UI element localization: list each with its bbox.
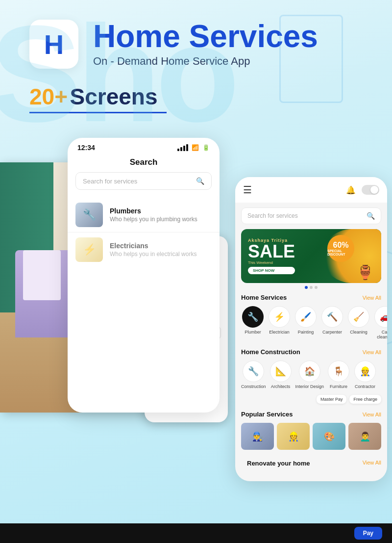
cat-painting[interactable]: 🖌️ Painting <box>294 306 318 339</box>
search-bar[interactable]: Search for services 🔍 <box>75 172 212 190</box>
electrician-info: Electricians Who helps you in electrical… <box>110 242 196 258</box>
screens-section: 20+ Screens <box>0 78 392 128</box>
header-icons: 🔔 <box>346 185 379 195</box>
cat-cleaning[interactable]: 🧹 Cleaning <box>347 306 370 339</box>
home-services-view-all[interactable]: View All <box>363 295 381 301</box>
cat-carpenter[interactable]: 🔨 Carpenter <box>320 306 344 339</box>
search-screen-title: Search <box>68 154 220 172</box>
cat-electrician[interactable]: ⚡ Electrician <box>268 306 291 339</box>
theme-toggle[interactable] <box>362 185 379 195</box>
home-construction-view-all[interactable]: View All <box>363 349 381 355</box>
discount-percent: 60% <box>333 241 348 249</box>
home-services-title: Home Services <box>241 294 287 301</box>
home-search-bar[interactable]: Search for services 🔍 <box>241 207 381 224</box>
electrician-desc: Who helps you in electrical works <box>110 251 196 258</box>
popular-thumb-2[interactable]: 👷 <box>277 423 310 450</box>
popular-thumb-4[interactable]: 👨‍🦱 <box>348 423 381 450</box>
service-item-electrician[interactable]: ⚡ Electricians Who helps you in electric… <box>68 233 220 267</box>
contractor-icon: 👷 <box>354 361 376 382</box>
sale-banner[interactable]: 🏺 Akshaya Tritiya SALE This Weekend SHOP… <box>241 229 381 283</box>
app-subtitle: On - Demand Home Service App <box>93 55 318 68</box>
dot-2[interactable] <box>310 286 313 289</box>
cat-architects[interactable]: 📐 Architects <box>269 361 293 389</box>
signal-bars <box>177 144 188 151</box>
architects-label: Architects <box>271 384 291 389</box>
cat-contractor[interactable]: 👷 Contractor <box>353 361 377 389</box>
home-search-placeholder: Search for services <box>247 212 298 219</box>
painting-icon: 🖌️ <box>295 306 317 328</box>
battery-icon: 🔋 <box>202 144 210 151</box>
bell-icon[interactable]: 🔔 <box>346 185 356 195</box>
logo-letter: H <box>44 28 64 60</box>
header: H Home Services On - Demand Home Service… <box>0 0 392 78</box>
logo-box: H <box>29 20 78 69</box>
payment-row: Master Pay Free charge <box>235 393 387 406</box>
home-header: ☰ 🔔 <box>235 177 387 203</box>
cleaning-label: Cleaning <box>350 330 368 335</box>
hamburger-icon[interactable]: ☰ <box>243 184 252 196</box>
dot-3[interactable] <box>315 286 318 289</box>
cat-interior[interactable]: 🏠 Interior Design <box>295 361 324 389</box>
home-search-icon[interactable]: 🔍 <box>367 212 375 220</box>
interior-label: Interior Design <box>295 384 324 389</box>
home-construction-title: Home Construction <box>241 348 300 356</box>
painting-label: Painting <box>298 330 314 335</box>
cat-furniture[interactable]: 🪑 Furniture <box>327 361 350 389</box>
banner-title: Akshaya Tritiya SALE This Weekend SHOP N… <box>248 238 295 274</box>
renovate-view-all[interactable]: View All <box>363 460 381 465</box>
bar4 <box>186 144 188 151</box>
mockup-area: 12:34 📶 🔋 Search Search for services 🔍 🔧… <box>0 138 392 471</box>
interior-icon: 🏠 <box>299 361 320 382</box>
status-bar: 12:34 📶 🔋 <box>68 138 220 154</box>
architects-icon: 📐 <box>270 361 292 382</box>
this-weekend: This Weekend <box>248 260 295 265</box>
electrician-label: Electrician <box>269 330 290 335</box>
home-services-header: Home Services View All <box>235 289 387 304</box>
plumber-label: Plumber <box>245 330 261 335</box>
cat-car-cleaning[interactable]: 🚗 Car cleaning <box>373 306 387 339</box>
free-charge-chip[interactable]: Free charge <box>349 395 381 404</box>
bottom-bar: Pay <box>0 523 392 543</box>
home-services-row: 🔧 Plumber ⚡ Electrician 🖌️ Painting 🔨 Ca… <box>235 304 387 343</box>
status-icons: 📶 🔋 <box>177 144 210 151</box>
home-construction-header: Home Construction View All <box>235 343 387 359</box>
screens-count-highlight: 20+ <box>29 84 68 109</box>
cat-plumber[interactable]: 🔧 Plumber <box>241 306 265 339</box>
banner-pot-icon: 🏺 <box>357 264 374 281</box>
room-pillow <box>23 250 61 300</box>
popular-thumb-1[interactable]: 👨‍🔧 <box>241 423 274 450</box>
plumber-info: Plumbers Who helps you in plumbing works <box>110 207 197 223</box>
plumber-desc: Who helps you in plumbing works <box>110 216 197 223</box>
popular-services-row: 👨‍🔧 👷 🎨 👨‍🦱 <box>235 421 387 452</box>
screens-count-label: Screens <box>70 84 157 109</box>
dot-1[interactable] <box>305 286 308 289</box>
construction-label: Construction <box>241 384 266 389</box>
search-icon[interactable]: 🔍 <box>196 177 204 185</box>
furniture-label: Furniture <box>330 384 347 389</box>
furniture-icon: 🪑 <box>328 361 349 382</box>
pay-button[interactable]: Pay <box>354 527 382 540</box>
construction-icon: 🔧 <box>243 361 264 382</box>
bar1 <box>177 149 179 151</box>
carpenter-label: Carpenter <box>322 330 342 335</box>
popular-thumb-3[interactable]: 🎨 <box>313 423 345 450</box>
bar3 <box>183 146 185 151</box>
electrician-icon: ⚡ <box>269 306 290 328</box>
search-placeholder: Search for services <box>83 178 137 185</box>
popular-services-view-all[interactable]: View All <box>363 412 381 417</box>
phone-home: ☰ 🔔 Search for services 🔍 🏺 Akshaya Trit… <box>235 177 387 481</box>
header-text: Home Services On - Demand Home Service A… <box>93 21 318 68</box>
app-title: Home Services <box>93 21 318 52</box>
popular-services-title: Popular Services <box>241 411 293 418</box>
car-cleaning-label: Car cleaning <box>373 330 387 339</box>
discount-bubble: 60% SPECIAL DISCOUNT <box>327 235 354 262</box>
renovate-title: Renovate your home <box>241 457 316 468</box>
cleaning-icon: 🧹 <box>348 306 369 328</box>
wifi-icon: 📶 <box>192 144 199 151</box>
service-item-plumber[interactable]: 🔧 Plumbers Who helps you in plumbing wor… <box>68 198 220 233</box>
shop-now-button[interactable]: SHOP NOW <box>248 267 295 274</box>
plumber-thumb: 🔧 <box>75 203 103 227</box>
toggle-knob <box>370 186 378 194</box>
cat-construction[interactable]: 🔧 Construction <box>241 361 266 389</box>
master-pay-chip[interactable]: Master Pay <box>317 395 347 404</box>
